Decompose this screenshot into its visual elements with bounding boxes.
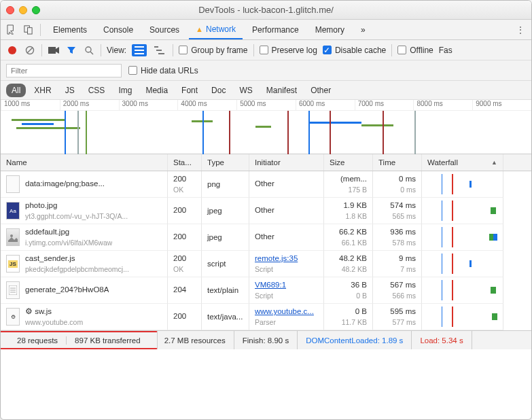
type-filter-media[interactable]: Media [140, 84, 173, 97]
svg-rect-7 [135, 46, 144, 48]
overview-tick: 9000 ms [472, 100, 531, 110]
cell-initiator[interactable]: Other [249, 224, 324, 251]
filter-bar: Hide data URLs [1, 60, 531, 81]
type-filter-xhr[interactable]: XHR [29, 84, 56, 97]
col-size[interactable]: Size [324, 154, 373, 171]
preserve-log-checkbox[interactable]: Preserve log [260, 46, 317, 55]
cell-time: 574 ms565 ms [373, 198, 422, 224]
filter-icon[interactable] [65, 44, 77, 56]
request-host: www.youtube.com [25, 317, 83, 327]
tab-network[interactable]: ▲ Network [189, 20, 243, 39]
cell-status: 200OK [168, 251, 202, 277]
status-bar: 28 requests 897 KB transferred 2.7 MB re… [1, 330, 531, 349]
type-filter-img[interactable]: Img [113, 84, 137, 97]
tab-console[interactable]: Console [96, 21, 140, 39]
table-row[interactable]: sddefault.jpg i.ytimg.com/vi/6lfaiXM6waw [1, 224, 168, 251]
overview-tick: 5000 ms [236, 100, 296, 110]
tab-more[interactable]: » [354, 21, 372, 39]
overview-tick: 1000 ms [1, 100, 60, 110]
type-filter-all[interactable]: All [6, 84, 26, 97]
col-time[interactable]: Time [373, 154, 422, 171]
table-row[interactable]: Aa photo.jpg yt3.ggpht.com/-vu_v-hJT-3Q/… [1, 198, 168, 224]
col-waterfall[interactable]: Waterfall▲ [422, 154, 503, 171]
col-type[interactable]: Type [202, 154, 249, 171]
col-name[interactable]: Name [1, 154, 168, 171]
cell-type: png [202, 171, 249, 198]
status-requests: 28 requests [9, 336, 67, 345]
table-row[interactable]: generate_204?bHwO8A [1, 277, 168, 304]
cell-status: 200 [168, 198, 202, 224]
overview-tick: 4000 ms [177, 100, 236, 110]
status-load: Load: 5.34 s [412, 331, 472, 349]
cell-size: (mem...175 B [324, 171, 373, 198]
device-toggle-icon[interactable] [21, 23, 35, 37]
group-by-frame-checkbox[interactable]: Group by frame [179, 46, 247, 55]
type-filter-ws[interactable]: WS [234, 84, 258, 97]
throttle-select[interactable]: Fas [439, 46, 453, 55]
type-filter-doc[interactable]: Doc [206, 84, 231, 97]
timeline-overview[interactable]: 1000 ms2000 ms3000 ms4000 ms5000 ms6000 … [1, 100, 531, 154]
type-filter-js[interactable]: JS [60, 84, 80, 97]
network-toolbar: View: Group by frame Preserve log ✓Disab… [1, 40, 531, 60]
tab-sources[interactable]: Sources [143, 21, 186, 39]
cell-size: 36 B0 B [324, 277, 373, 304]
type-filter-font[interactable]: Font [176, 84, 203, 97]
window-title: DevTools - luck-bacon-1.glitch.me/ [1, 5, 531, 15]
col-status[interactable]: Sta... [168, 154, 202, 171]
cell-time: 567 ms566 ms [373, 277, 422, 304]
svg-rect-12 [158, 53, 164, 54]
request-name: ⚙ sw.js [25, 307, 83, 317]
disable-cache-checkbox[interactable]: ✓Disable cache [323, 46, 386, 55]
inspect-icon[interactable] [5, 23, 18, 37]
request-host: pkedcjkdefgpdelpbcmbmeomcj... [25, 264, 129, 274]
cell-initiator[interactable]: Other [249, 198, 324, 224]
tab-elements[interactable]: Elements [46, 21, 94, 39]
cell-initiator[interactable]: VM689:1Script [249, 277, 324, 304]
cell-waterfall [422, 304, 503, 330]
cell-time: 595 ms577 ms [373, 304, 422, 330]
request-table: data:image/png;base... 200OK png Other (… [1, 171, 531, 330]
record-button[interactable] [6, 44, 18, 56]
svg-point-5 [86, 47, 91, 52]
cell-type: text/plain [202, 277, 249, 304]
hide-data-urls-checkbox[interactable]: Hide data URLs [128, 66, 198, 75]
table-row[interactable]: ⚙ ⚙ sw.js www.youtube.com [1, 304, 168, 330]
devtools-window: DevTools - luck-bacon-1.glitch.me/ Eleme… [0, 0, 532, 420]
cell-type: jpeg [202, 198, 249, 224]
type-filter-css[interactable]: CSS [83, 84, 111, 97]
status-finish: Finish: 8.90 s [234, 331, 298, 349]
svg-line-6 [90, 52, 93, 54]
type-filter-other[interactable]: Other [305, 84, 336, 97]
status-transferred: 897 KB transferred [67, 336, 149, 345]
table-row[interactable]: JS cast_sender.js pkedcjkdefgpdelpbcmbme… [1, 251, 168, 277]
search-icon[interactable] [83, 44, 95, 56]
view-waterfall-button[interactable] [152, 44, 167, 56]
table-row[interactable]: data:image/png;base... [1, 171, 168, 198]
tab-network-label: Network [206, 24, 236, 34]
svg-point-13 [10, 234, 13, 237]
cell-waterfall [422, 198, 503, 224]
cell-time: 936 ms578 ms [373, 224, 422, 251]
svg-rect-4 [48, 47, 56, 54]
tab-performance[interactable]: Performance [245, 21, 306, 39]
cell-initiator[interactable]: remote.js:35Script [249, 251, 324, 277]
offline-checkbox[interactable]: Offline [397, 46, 433, 55]
tab-memory[interactable]: Memory [308, 21, 351, 39]
cell-status: 200 [168, 224, 202, 251]
clear-button[interactable] [24, 44, 36, 56]
cell-size: 66.2 KB66.1 KB [324, 224, 373, 251]
request-name: generate_204?bHwO8A [25, 285, 109, 296]
view-list-button[interactable] [132, 44, 147, 56]
cell-size: 48.2 KB48.2 KB [324, 251, 373, 277]
filter-input[interactable] [6, 64, 122, 77]
col-initiator[interactable]: Initiator [249, 154, 324, 171]
svg-rect-11 [156, 50, 162, 51]
cell-waterfall [422, 251, 503, 277]
kebab-menu-icon[interactable]: ⋮ [514, 23, 527, 37]
cell-initiator[interactable]: Other [249, 171, 324, 198]
type-filter-manifest[interactable]: Manifest [261, 84, 302, 97]
cell-waterfall [422, 277, 503, 304]
request-name: sddefault.jpg [25, 227, 112, 238]
camera-icon[interactable] [48, 44, 60, 56]
cell-initiator[interactable]: www.youtube.c...Parser [249, 304, 324, 330]
